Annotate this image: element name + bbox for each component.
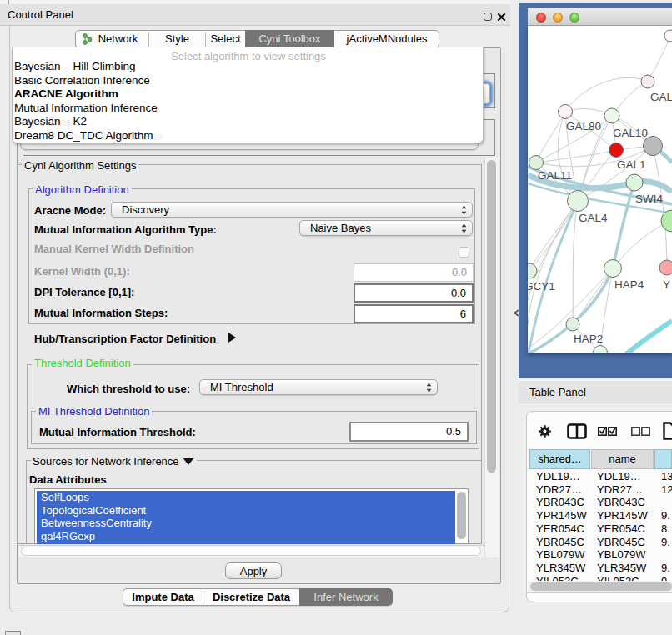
svg-text:HAP2: HAP2	[574, 332, 603, 345]
svg-text:GCY1: GCY1	[528, 280, 555, 292]
svg-text:GAL10: GAL10	[613, 127, 648, 139]
svg-text:HAP4: HAP4	[614, 278, 644, 291]
svg-text:GAL11: GAL11	[538, 169, 572, 182]
svg-text:GAL: GAL	[650, 91, 672, 103]
svg-text:Y: Y	[663, 278, 670, 291]
svg-text:GAL1: GAL1	[617, 158, 646, 171]
svg-text:GAL80: GAL80	[566, 120, 601, 132]
svg-text:SWI4: SWI4	[635, 192, 663, 205]
svg-text:GAL4: GAL4	[579, 212, 608, 224]
